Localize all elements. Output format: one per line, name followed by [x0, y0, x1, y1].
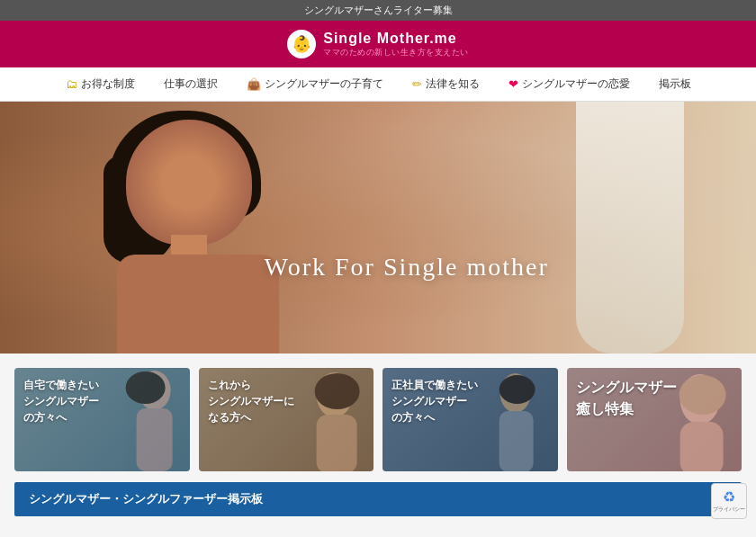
- board-title: シングルマザー・シングルファーザー掲示板: [29, 492, 263, 506]
- nav-item-law[interactable]: ✏ 法律を知る: [398, 67, 494, 101]
- card-home-work[interactable]: 自宅で働きたいシングルマザーの方々へ: [14, 368, 190, 471]
- card-fulltime[interactable]: 正社員で働きたいシングルマザーの方々へ: [382, 368, 558, 471]
- nav-label-law: 法律を知る: [426, 76, 480, 92]
- nav-item-love[interactable]: ❤ シングルマザーの恋愛: [494, 67, 644, 101]
- logo-icon-symbol: 👶: [292, 34, 311, 54]
- announcement-bar: シングルマザーさんライター募集: [0, 0, 756, 21]
- logo-subtitle: ママのための新しい生き方を支えたい: [323, 47, 469, 58]
- hero-woman-figure: [54, 102, 342, 354]
- hero-text: Work For Single mother: [264, 253, 548, 282]
- benefits-icon: 🗂: [66, 77, 77, 91]
- nav-label-board: 掲示板: [659, 76, 691, 92]
- nav-label-benefits: お得な制度: [81, 76, 135, 92]
- board-title-bar[interactable]: シングルマザー・シングルファーザー掲示板: [14, 482, 742, 516]
- announcement-text: シングルマザーさんライター募集: [304, 4, 453, 15]
- card-text-3: 正社員で働きたいシングルマザーの方々へ: [392, 377, 549, 425]
- hero-curtain: [576, 102, 684, 354]
- nav-label-work: 仕事の選択: [164, 76, 218, 92]
- svg-rect-10: [680, 422, 723, 471]
- recaptcha-icon: ♻: [723, 488, 735, 506]
- nav-item-board[interactable]: 掲示板: [644, 67, 706, 101]
- logo-area[interactable]: 👶 Single Mother.me ママのための新しい生き方を支えたい: [0, 21, 756, 67]
- hero-section: Work For Single mother: [0, 102, 756, 354]
- board-section: シングルマザー・シングルファーザー掲示板: [0, 482, 756, 516]
- cards-section: 自宅で働きたいシングルマザーの方々へ これからシングルマザーになる方へ 正社員で…: [0, 354, 756, 482]
- main-nav: 🗂 お得な制度 仕事の選択 👜 シングルマザーの子育て ✏ 法律を知る ❤ シン…: [0, 67, 756, 102]
- nav-item-parenting[interactable]: 👜 シングルマザーの子育て: [232, 67, 398, 101]
- recaptcha-box[interactable]: ♻ プライバシー: [711, 483, 747, 519]
- card-text-2: これからシングルマザーになる方へ: [208, 377, 365, 425]
- recaptcha-label: プライバシー: [713, 506, 745, 514]
- logo-inner: 👶 Single Mother.me ママのための新しい生き方を支えたい: [287, 30, 469, 58]
- card-text-4: シングルマザー癒し特集: [576, 377, 734, 420]
- card-healing[interactable]: シングルマザー癒し特集: [567, 368, 742, 471]
- nav-label-love: シングルマザーの恋愛: [522, 76, 630, 92]
- woman-head: [126, 120, 252, 246]
- parenting-icon: 👜: [247, 77, 261, 91]
- logo-text-block: Single Mother.me ママのための新しい生き方を支えたい: [323, 31, 469, 58]
- nav-label-parenting: シングルマザーの子育て: [265, 76, 383, 92]
- logo-title: Single Mother.me: [323, 31, 469, 47]
- card-text-1: 自宅で働きたいシングルマザーの方々へ: [23, 377, 181, 425]
- law-icon: ✏: [412, 77, 422, 91]
- love-icon: ❤: [508, 77, 518, 91]
- logo-icon: 👶: [287, 30, 316, 58]
- nav-item-benefits[interactable]: 🗂 お得な制度: [51, 67, 149, 101]
- woman-body: [117, 255, 279, 354]
- nav-item-work[interactable]: 仕事の選択: [149, 67, 232, 101]
- card-become[interactable]: これからシングルマザーになる方へ: [199, 368, 374, 471]
